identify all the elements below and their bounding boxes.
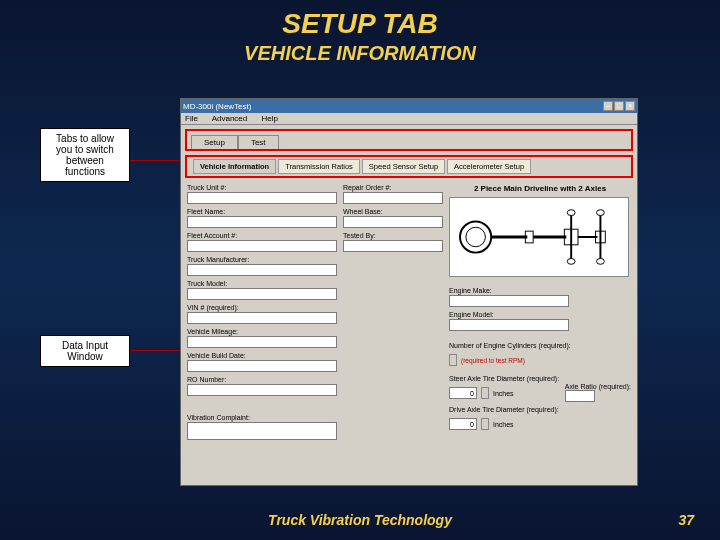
svg-point-0 xyxy=(460,221,491,252)
cylinders-note: (required to test RPM) xyxy=(461,357,525,364)
menu-file[interactable]: File xyxy=(185,114,198,123)
svg-point-13 xyxy=(597,258,605,264)
menu-help[interactable]: Help xyxy=(262,114,278,123)
input-vin[interactable] xyxy=(187,312,337,324)
input-ro[interactable] xyxy=(187,384,337,396)
label-fleet-name: Fleet Name: xyxy=(187,208,337,215)
titlebar: MD-300i (NewTest) – □ × xyxy=(181,99,637,113)
unit-inches-2: Inches xyxy=(493,421,514,428)
sub-tab-row: Vehicle Information Transmission Ratios … xyxy=(185,155,633,178)
label-truck-mfr: Truck Manufacturer: xyxy=(187,256,337,263)
input-tested-by[interactable] xyxy=(343,240,443,252)
svg-point-7 xyxy=(567,210,575,216)
footer-text: Truck Vibration Technology xyxy=(0,512,720,528)
input-engine-make[interactable] xyxy=(449,295,569,307)
steer-spinner[interactable] xyxy=(481,387,489,399)
label-num-cylinders: Number of Engine Cylinders (required): xyxy=(449,342,571,349)
label-axle-ratio: Axle Ratio (required): xyxy=(565,383,631,390)
close-button[interactable]: × xyxy=(625,101,635,111)
callout-tabs: Tabs to allow you to switch between func… xyxy=(40,128,130,182)
svg-point-8 xyxy=(567,258,575,264)
label-steer-dia: Steer Axle Tire Diameter (required): xyxy=(449,375,559,382)
tab-test[interactable]: Test xyxy=(238,135,279,149)
label-fleet-account: Fleet Account #: xyxy=(187,232,337,239)
label-wheel-base: Wheel Base: xyxy=(343,208,443,215)
svg-point-1 xyxy=(466,227,486,247)
input-wheel-base[interactable] xyxy=(343,216,443,228)
callout-data-input: Data Input Window xyxy=(40,335,130,367)
callout-line xyxy=(130,350,182,351)
subtab-accelerometer[interactable]: Accelerometer Setup xyxy=(447,159,531,174)
label-truck-model: Truck Model: xyxy=(187,280,337,287)
subtab-speed-sensor[interactable]: Speed Sensor Setup xyxy=(362,159,445,174)
input-fleet-name[interactable] xyxy=(187,216,337,228)
driveline-diagram xyxy=(449,197,629,277)
input-axle-ratio[interactable] xyxy=(565,390,595,402)
input-mileage[interactable] xyxy=(187,336,337,348)
page-number: 37 xyxy=(678,512,694,528)
input-drive-dia[interactable]: 0 xyxy=(449,418,477,430)
label-vin: VIN # (required): xyxy=(187,304,337,311)
label-engine-make: Engine Make: xyxy=(449,287,631,294)
menubar: File Advanced Help xyxy=(181,113,637,125)
label-engine-model: Engine Model: xyxy=(449,311,631,318)
content-panel: Truck Unit #: Fleet Name: Fleet Account … xyxy=(181,178,637,446)
label-tested-by: Tested By: xyxy=(343,232,443,239)
label-drive-dia: Drive Axle Tire Diameter (required): xyxy=(449,406,559,413)
minimize-button[interactable]: – xyxy=(603,101,613,111)
drive-spinner[interactable] xyxy=(481,418,489,430)
input-fleet-account[interactable] xyxy=(187,240,337,252)
cylinders-spinner[interactable] xyxy=(449,354,457,366)
input-engine-model[interactable] xyxy=(449,319,569,331)
label-ro: RO Number: xyxy=(187,376,337,383)
window-title: MD-300i (NewTest) xyxy=(183,102,251,111)
input-build-date[interactable] xyxy=(187,360,337,372)
unit-inches: Inches xyxy=(493,390,514,397)
input-complaint[interactable] xyxy=(187,422,337,440)
input-repair-order[interactable] xyxy=(343,192,443,204)
tab-setup[interactable]: Setup xyxy=(191,135,238,149)
input-truck-mfr[interactable] xyxy=(187,264,337,276)
label-truck-unit: Truck Unit #: xyxy=(187,184,337,191)
app-window: MD-300i (NewTest) – □ × File Advanced He… xyxy=(180,98,638,486)
input-truck-unit[interactable] xyxy=(187,192,337,204)
input-steer-dia[interactable]: 0 xyxy=(449,387,477,399)
label-mileage: Vehicle Mileage: xyxy=(187,328,337,335)
slide-subtitle: VEHICLE INFORMATION xyxy=(0,42,720,65)
svg-point-12 xyxy=(597,210,605,216)
input-truck-model[interactable] xyxy=(187,288,337,300)
label-repair-order: Repair Order #: xyxy=(343,184,443,191)
label-complaint: Vibration Complaint: xyxy=(187,414,337,421)
subtab-vehicle-info[interactable]: Vehicle Information xyxy=(193,159,276,174)
menu-advanced[interactable]: Advanced xyxy=(212,114,248,123)
label-build-date: Vehicle Build Date: xyxy=(187,352,337,359)
maximize-button[interactable]: □ xyxy=(614,101,624,111)
diagram-title: 2 Piece Main Driveline with 2 Axles xyxy=(449,184,631,193)
main-tab-row: Setup Test xyxy=(185,129,633,151)
subtab-transmission[interactable]: Transmission Ratios xyxy=(278,159,360,174)
slide-title: SETUP TAB xyxy=(0,8,720,40)
callout-line xyxy=(130,160,182,161)
